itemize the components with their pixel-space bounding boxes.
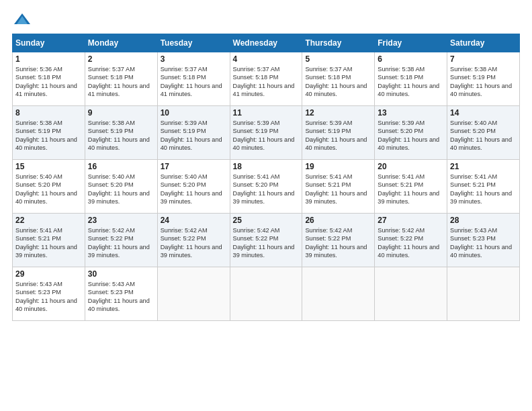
day-number: 17 <box>161 162 227 171</box>
day-info: Sunrise: 5:37 AMSunset: 5:18 PMDaylight:… <box>161 66 222 97</box>
day-number: 2 <box>88 54 154 64</box>
table-cell: 27Sunrise: 5:42 AMSunset: 5:22 PMDayligh… <box>375 214 447 267</box>
table-cell: 29Sunrise: 5:43 AMSunset: 5:23 PMDayligh… <box>13 267 85 321</box>
day-info: Sunrise: 5:37 AMSunset: 5:18 PMDaylight:… <box>305 66 367 97</box>
table-cell: 13Sunrise: 5:39 AMSunset: 5:20 PMDayligh… <box>375 106 447 160</box>
day-info: Sunrise: 5:38 AMSunset: 5:19 PMDaylight:… <box>88 120 150 151</box>
day-info: Sunrise: 5:41 AMSunset: 5:21 PMDaylight:… <box>15 227 77 259</box>
day-number: 15 <box>15 162 82 171</box>
day-number: 19 <box>305 162 371 171</box>
day-info: Sunrise: 5:38 AMSunset: 5:19 PMDaylight:… <box>15 120 77 151</box>
calendar-header-row: Sunday Monday Tuesday Wednesday Thursday… <box>13 34 520 52</box>
table-cell: 2Sunrise: 5:37 AMSunset: 5:18 PMDaylight… <box>85 52 157 106</box>
table-cell: 26Sunrise: 5:42 AMSunset: 5:22 PMDayligh… <box>302 214 375 267</box>
day-info: Sunrise: 5:43 AMSunset: 5:23 PMDaylight:… <box>450 227 512 259</box>
day-number: 26 <box>305 216 371 225</box>
day-number: 9 <box>88 108 154 118</box>
table-cell: 5Sunrise: 5:37 AMSunset: 5:18 PMDaylight… <box>302 52 375 106</box>
page: Sunday Monday Tuesday Wednesday Thursday… <box>0 0 532 411</box>
day-number: 22 <box>15 216 82 225</box>
calendar-row-3: 15Sunrise: 5:40 AMSunset: 5:20 PMDayligh… <box>13 160 520 214</box>
table-cell: 28Sunrise: 5:43 AMSunset: 5:23 PMDayligh… <box>447 214 520 267</box>
day-info: Sunrise: 5:39 AMSunset: 5:20 PMDaylight:… <box>378 120 439 151</box>
col-tuesday: Tuesday <box>157 34 230 52</box>
day-number: 20 <box>378 162 444 171</box>
table-cell: 9Sunrise: 5:38 AMSunset: 5:19 PMDaylight… <box>85 106 157 160</box>
day-number: 27 <box>378 216 444 225</box>
table-cell: 19Sunrise: 5:41 AMSunset: 5:21 PMDayligh… <box>302 160 375 214</box>
day-info: Sunrise: 5:39 AMSunset: 5:19 PMDaylight:… <box>305 120 367 151</box>
day-info: Sunrise: 5:41 AMSunset: 5:21 PMDaylight:… <box>378 173 439 205</box>
day-info: Sunrise: 5:37 AMSunset: 5:18 PMDaylight:… <box>233 66 295 97</box>
table-cell <box>230 267 302 321</box>
col-sunday: Sunday <box>13 34 85 52</box>
day-number: 30 <box>88 269 154 279</box>
calendar-table: Sunday Monday Tuesday Wednesday Thursday… <box>12 34 520 321</box>
day-info: Sunrise: 5:40 AMSunset: 5:20 PMDaylight:… <box>161 173 222 205</box>
day-info: Sunrise: 5:42 AMSunset: 5:22 PMDaylight:… <box>233 227 295 259</box>
day-info: Sunrise: 5:38 AMSunset: 5:18 PMDaylight:… <box>378 66 439 97</box>
table-cell: 20Sunrise: 5:41 AMSunset: 5:21 PMDayligh… <box>375 160 447 214</box>
calendar-row-2: 8Sunrise: 5:38 AMSunset: 5:19 PMDaylight… <box>13 106 520 160</box>
day-info: Sunrise: 5:37 AMSunset: 5:18 PMDaylight:… <box>88 66 150 97</box>
day-number: 3 <box>161 54 227 64</box>
calendar-row-4: 22Sunrise: 5:41 AMSunset: 5:21 PMDayligh… <box>13 214 520 267</box>
day-info: Sunrise: 5:41 AMSunset: 5:20 PMDaylight:… <box>233 173 295 205</box>
table-cell: 3Sunrise: 5:37 AMSunset: 5:18 PMDaylight… <box>157 52 230 106</box>
day-info: Sunrise: 5:38 AMSunset: 5:19 PMDaylight:… <box>450 66 512 97</box>
calendar-row-1: 1Sunrise: 5:36 AMSunset: 5:18 PMDaylight… <box>13 52 520 106</box>
day-number: 5 <box>305 54 371 64</box>
col-thursday: Thursday <box>302 34 375 52</box>
table-cell: 17Sunrise: 5:40 AMSunset: 5:20 PMDayligh… <box>157 160 230 214</box>
day-number: 12 <box>305 108 371 118</box>
table-cell: 10Sunrise: 5:39 AMSunset: 5:19 PMDayligh… <box>157 106 230 160</box>
day-number: 28 <box>450 216 517 225</box>
logo-icon <box>13 12 32 27</box>
day-number: 24 <box>161 216 227 225</box>
table-cell: 7Sunrise: 5:38 AMSunset: 5:19 PMDaylight… <box>447 52 520 106</box>
table-cell: 25Sunrise: 5:42 AMSunset: 5:22 PMDayligh… <box>230 214 302 267</box>
table-cell: 18Sunrise: 5:41 AMSunset: 5:20 PMDayligh… <box>230 160 302 214</box>
day-number: 29 <box>15 269 82 279</box>
day-info: Sunrise: 5:41 AMSunset: 5:21 PMDaylight:… <box>305 173 367 205</box>
day-info: Sunrise: 5:40 AMSunset: 5:20 PMDaylight:… <box>450 120 512 151</box>
table-cell <box>157 267 230 321</box>
day-number: 10 <box>161 108 227 118</box>
day-number: 4 <box>233 54 300 64</box>
day-number: 13 <box>378 108 444 118</box>
logo <box>12 12 32 27</box>
day-number: 18 <box>233 162 300 171</box>
calendar-row-5: 29Sunrise: 5:43 AMSunset: 5:23 PMDayligh… <box>13 267 520 321</box>
table-cell <box>302 267 375 321</box>
day-info: Sunrise: 5:43 AMSunset: 5:23 PMDaylight:… <box>15 281 77 312</box>
table-cell <box>375 267 447 321</box>
day-info: Sunrise: 5:36 AMSunset: 5:18 PMDaylight:… <box>15 66 77 97</box>
table-cell: 23Sunrise: 5:42 AMSunset: 5:22 PMDayligh… <box>85 214 157 267</box>
day-info: Sunrise: 5:40 AMSunset: 5:20 PMDaylight:… <box>15 173 77 205</box>
day-info: Sunrise: 5:42 AMSunset: 5:22 PMDaylight:… <box>378 227 439 259</box>
table-cell: 11Sunrise: 5:39 AMSunset: 5:19 PMDayligh… <box>230 106 302 160</box>
col-saturday: Saturday <box>447 34 520 52</box>
table-cell: 4Sunrise: 5:37 AMSunset: 5:18 PMDaylight… <box>230 52 302 106</box>
table-cell: 22Sunrise: 5:41 AMSunset: 5:21 PMDayligh… <box>13 214 85 267</box>
day-info: Sunrise: 5:41 AMSunset: 5:21 PMDaylight:… <box>450 173 512 205</box>
table-cell: 24Sunrise: 5:42 AMSunset: 5:22 PMDayligh… <box>157 214 230 267</box>
day-info: Sunrise: 5:42 AMSunset: 5:22 PMDaylight:… <box>305 227 367 259</box>
day-number: 16 <box>88 162 154 171</box>
col-monday: Monday <box>85 34 157 52</box>
day-number: 23 <box>88 216 154 225</box>
day-number: 14 <box>450 108 517 118</box>
day-info: Sunrise: 5:43 AMSunset: 5:23 PMDaylight:… <box>88 281 150 312</box>
table-cell: 1Sunrise: 5:36 AMSunset: 5:18 PMDaylight… <box>13 52 85 106</box>
table-cell <box>447 267 520 321</box>
day-info: Sunrise: 5:42 AMSunset: 5:22 PMDaylight:… <box>161 227 222 259</box>
table-cell: 21Sunrise: 5:41 AMSunset: 5:21 PMDayligh… <box>447 160 520 214</box>
table-cell: 30Sunrise: 5:43 AMSunset: 5:23 PMDayligh… <box>85 267 157 321</box>
day-info: Sunrise: 5:39 AMSunset: 5:19 PMDaylight:… <box>233 120 295 151</box>
table-cell: 12Sunrise: 5:39 AMSunset: 5:19 PMDayligh… <box>302 106 375 160</box>
day-number: 6 <box>378 54 444 64</box>
day-info: Sunrise: 5:40 AMSunset: 5:20 PMDaylight:… <box>88 173 150 205</box>
table-cell: 8Sunrise: 5:38 AMSunset: 5:19 PMDaylight… <box>13 106 85 160</box>
day-number: 11 <box>233 108 300 118</box>
day-number: 21 <box>450 162 517 171</box>
